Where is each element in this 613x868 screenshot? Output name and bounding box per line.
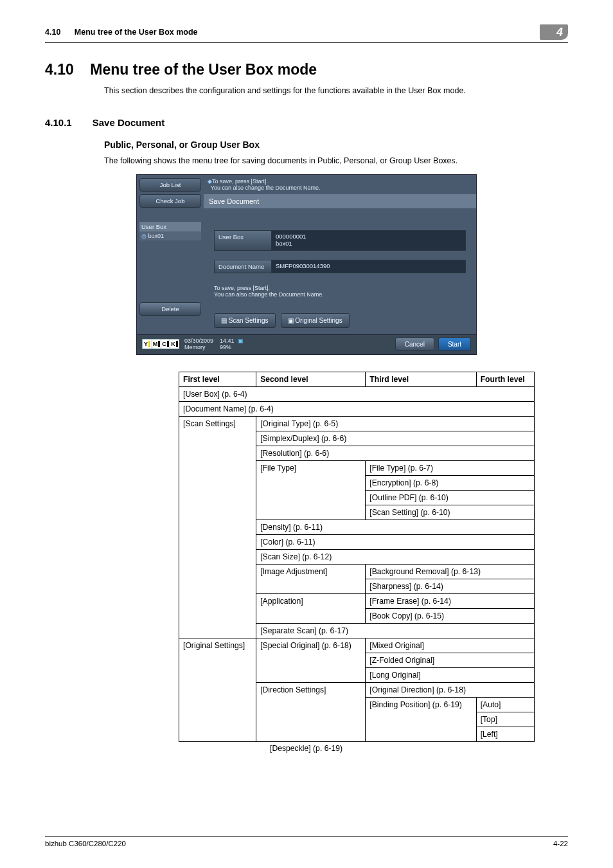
scan-settings-label: Scan Settings [229,317,269,324]
frame-erase: [Frame Erase] (p. 6-14) [366,593,535,608]
long-original: [Long Original] [366,667,535,682]
docname-field-label: Document Name [214,260,272,273]
despeckle-note: [Despeckle] (p. 6-19) [270,742,568,753]
scan-setting: [Scan Setting] (p. 6-10) [366,505,535,520]
mfp-hint-line2: You can also change the Document Name. [211,185,321,191]
density: [Density] (p. 6-11) [256,520,535,534]
binding-position: [Binding Position] (p. 6-19) [366,697,476,741]
file-type-l3: [File Type] (p. 6-7) [366,460,535,475]
foot-mem-label: Memory [184,344,206,350]
book-copy: [Book Copy] (p. 6-15) [366,608,535,623]
col-second-level: Second level [256,372,366,386]
left: [Left] [476,727,534,741]
toner-leds: Y M C K [142,339,179,349]
menu-tree-table: First level Second level Third level Fou… [179,372,535,742]
original-direction: [Original Direction] (p. 6-18) [366,682,535,697]
foot-mem-val: 99% [220,344,231,350]
original-settings-l1: [Original Settings] [179,638,256,741]
mfp-hint-line1: To save, press [Start]. [212,178,268,185]
running-header: 4.10 Menu tree of the User Box mode 4 [45,24,568,43]
mfp-sidebar: Job List Check Job User Box ◎ box01 Dele… [137,175,204,334]
foot-status: 03/30/2009 14:41 ▣ Memory 99% [184,338,244,351]
section-number: 4.10 [45,61,74,78]
start-button[interactable]: Start [438,338,471,351]
mfp-note-line2: You can also change the Document Name. [214,291,324,298]
original-settings-button[interactable]: ▣ Original Settings [281,313,350,328]
userbox-num: 000000001 [276,233,306,240]
scan-settings-l1: [Scan Settings] [179,416,256,638]
scan-size: [Scan Size] (p. 6-12) [256,549,535,564]
header-section-number: 4.10 [45,28,60,37]
direction-settings: [Direction Settings] [256,682,366,741]
docname-field[interactable]: Document Name SMFP09030014390 [214,260,466,273]
foot-time: 14:41 [220,338,235,344]
original-type: [Original Type] (p. 6-5) [256,416,535,431]
userbox-row: [User Box] (p. 6-4) [179,386,535,401]
footer-model: bizhub C360/C280/C220 [45,840,126,847]
sub2-intro: The following shows the menu tree for sa… [45,156,568,165]
mfp-note: To save, press [Start]. You can also cha… [214,282,466,307]
sub2-title: Public, Personal, or Group User Box [45,140,568,150]
mixed-original: [Mixed Original] [366,638,535,653]
footer-page: 4-22 [553,840,568,847]
delete-button[interactable]: Delete [139,302,201,316]
auto: [Auto] [476,697,534,712]
userbox-name: box01 [276,240,292,247]
mfp-hint: ◆To save, press [Start]. You can also ch… [204,175,476,194]
encryption: [Encryption] (p. 6-8) [366,475,535,490]
file-type-l2: [File Type] [256,460,366,520]
userbox-field[interactable]: User Box 000000001 box01 [214,230,466,251]
box-item-label: box01 [148,233,164,239]
foot-date: 03/30/2009 [184,338,213,344]
doc-icon: ▤ [221,317,227,324]
intro-paragraph: This section describes the configuration… [45,86,568,95]
header-left: 4.10 Menu tree of the User Box mode [45,28,198,37]
application: [Application] [256,593,366,623]
check-job-button[interactable]: Check Job [139,194,201,208]
original-settings-label: Original Settings [295,317,342,324]
chapter-tab: 4 [540,24,568,40]
led-k: K [170,339,179,348]
col-fourth-level: Fourth level [476,372,534,386]
led-c: C [161,339,170,348]
top: [Top] [476,712,534,727]
separate-scan: [Separate Scan] (p. 6-17) [256,623,535,638]
col-first-level: First level [179,372,256,386]
table-header-row: First level Second level Third level Fou… [179,372,535,386]
mfp-footer: Y M C K 03/30/2009 14:41 ▣ Memory 99% Ca… [137,334,476,354]
header-title: Menu tree of the User Box mode [75,28,198,37]
userbox-field-value: 000000001 box01 [272,230,466,251]
docname-row: [Document Name] (p. 6-4) [179,401,535,416]
z-folded: [Z-Folded Original] [366,653,535,667]
docname-field-value: SMFP09030014390 [272,260,466,273]
page-footer: bizhub C360/C280/C220 4-22 [45,836,568,847]
simplex-duplex: [Simplex/Duplex] (p. 6-6) [256,431,535,446]
scan-settings-button[interactable]: ▤ Scan Settings [214,313,276,328]
bg-removal: [Background Removal] (p. 6-13) [366,564,535,579]
image-adjust: [Image Adjustment] [256,564,366,593]
resolution: [Resolution] (p. 6-6) [256,446,535,460]
page-icon: ▣ [288,317,294,324]
mfp-note-line1: To save, press [Start]. [214,285,270,291]
color: [Color] (p. 6-11) [256,534,535,549]
job-list-button[interactable]: Job List [139,178,201,192]
section-title: 4.10 Menu tree of the User Box mode [45,61,568,78]
mfp-panel-title: Save Document [204,194,476,208]
ok-icon: ▣ [238,338,244,344]
special-original: [Special Original] (p. 6-18) [256,638,366,682]
outline-pdf: [Outline PDF] (p. 6-10) [366,490,535,505]
sharpness: [Sharpness] (p. 6-14) [366,579,535,593]
led-y: Y [143,339,152,348]
section-heading: Menu tree of the User Box mode [90,61,317,78]
userbox-field-label: User Box [214,230,272,251]
circle-icon: ◎ [141,233,147,239]
cancel-button[interactable]: Cancel [395,338,434,351]
led-m: M [152,339,161,348]
subsection-number: 4.10.1 [45,117,72,140]
mfp-panel: Job List Check Job User Box ◎ box01 Dele… [136,174,477,355]
subsection-title: Save Document [93,117,165,128]
col-third-level: Third level [366,372,476,386]
userbox-label: User Box [139,222,201,231]
sidebar-box-item[interactable]: ◎ box01 [139,231,201,240]
